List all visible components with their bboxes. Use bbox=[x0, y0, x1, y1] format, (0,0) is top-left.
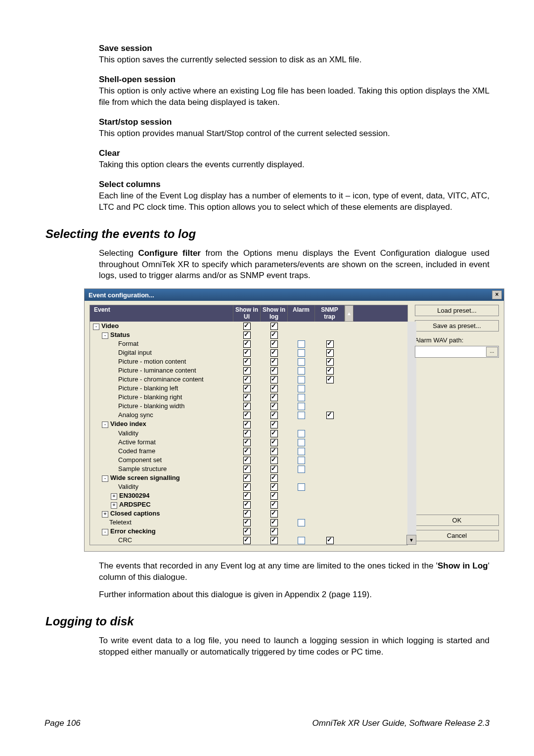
checkbox[interactable] bbox=[270, 394, 278, 401]
checkbox[interactable] bbox=[243, 474, 251, 482]
checkbox[interactable] bbox=[243, 403, 251, 410]
checkbox[interactable] bbox=[243, 376, 251, 383]
cancel-button[interactable]: Cancel bbox=[415, 530, 499, 541]
close-icon[interactable]: × bbox=[492, 290, 502, 299]
expand-icon[interactable]: - bbox=[93, 324, 99, 330]
wav-path-input[interactable]: ... bbox=[415, 346, 499, 358]
tree-row[interactable]: Active format bbox=[90, 438, 233, 447]
checkbox[interactable] bbox=[243, 439, 251, 446]
checkbox[interactable] bbox=[243, 340, 251, 348]
checkbox[interactable] bbox=[243, 510, 251, 518]
tree-row[interactable]: Format bbox=[90, 339, 233, 348]
expand-icon[interactable]: - bbox=[102, 475, 108, 482]
checkbox[interactable] bbox=[243, 367, 251, 375]
checkbox[interactable] bbox=[243, 430, 251, 437]
checkbox[interactable] bbox=[243, 457, 251, 464]
checkbox[interactable] bbox=[270, 331, 278, 339]
checkbox[interactable] bbox=[270, 519, 278, 526]
expand-icon[interactable]: + bbox=[102, 511, 108, 518]
tree-row[interactable]: Coded frame bbox=[90, 447, 233, 456]
checkbox[interactable] bbox=[298, 340, 305, 348]
checkbox[interactable] bbox=[243, 501, 251, 509]
scroll-down-icon[interactable]: ▼ bbox=[406, 535, 416, 545]
checkbox[interactable] bbox=[298, 483, 305, 491]
checkbox[interactable] bbox=[298, 412, 305, 419]
checkbox[interactable] bbox=[270, 430, 278, 437]
tree-row[interactable]: Validity bbox=[90, 482, 233, 491]
tree-row[interactable]: +Closed captions bbox=[90, 509, 233, 518]
checkbox[interactable] bbox=[298, 466, 305, 473]
checkbox[interactable] bbox=[243, 528, 251, 535]
load-preset-button[interactable]: Load preset... bbox=[415, 305, 499, 316]
checkbox[interactable] bbox=[326, 358, 334, 366]
tree-row[interactable]: CRC bbox=[90, 536, 233, 545]
checkbox[interactable] bbox=[243, 358, 251, 366]
tree-row[interactable]: Picture - motion content bbox=[90, 357, 233, 366]
tree-row[interactable]: -Video index bbox=[90, 420, 233, 428]
checkbox[interactable] bbox=[270, 349, 278, 357]
checkbox[interactable] bbox=[243, 331, 251, 339]
ok-button[interactable]: OK bbox=[415, 515, 499, 526]
checkbox[interactable] bbox=[270, 412, 278, 419]
tree-row[interactable]: +ARDSPEC bbox=[90, 500, 233, 509]
expand-icon[interactable]: - bbox=[102, 529, 108, 535]
checkbox[interactable] bbox=[270, 358, 278, 366]
tree-row[interactable]: -Error checking bbox=[90, 527, 233, 536]
checkbox[interactable] bbox=[243, 466, 251, 473]
tree-row[interactable]: +EN300294 bbox=[90, 491, 233, 500]
expand-icon[interactable]: + bbox=[111, 493, 117, 500]
checkbox[interactable] bbox=[270, 466, 278, 473]
checkbox[interactable] bbox=[298, 394, 305, 401]
checkbox[interactable] bbox=[298, 358, 305, 366]
checkbox[interactable] bbox=[326, 537, 334, 544]
checkbox[interactable] bbox=[270, 501, 278, 509]
checkbox[interactable] bbox=[326, 412, 334, 419]
checkbox[interactable] bbox=[298, 376, 305, 383]
checkbox[interactable] bbox=[243, 421, 251, 428]
checkbox[interactable] bbox=[298, 367, 305, 375]
checkbox[interactable] bbox=[243, 323, 251, 330]
checkbox[interactable] bbox=[243, 492, 251, 500]
tree-row[interactable]: Picture - luminance content bbox=[90, 366, 233, 375]
tree-row[interactable]: Analog sync bbox=[90, 411, 233, 420]
checkbox[interactable] bbox=[243, 519, 251, 526]
checkbox[interactable] bbox=[326, 340, 334, 348]
checkbox[interactable] bbox=[326, 367, 334, 375]
checkbox[interactable] bbox=[270, 439, 278, 446]
checkbox[interactable] bbox=[270, 340, 278, 348]
tree-row[interactable]: Picture - blanking width bbox=[90, 402, 233, 411]
checkbox[interactable] bbox=[243, 385, 251, 392]
checkbox[interactable] bbox=[298, 430, 305, 437]
tree-row[interactable]: Validity bbox=[90, 429, 233, 438]
checkbox[interactable] bbox=[298, 403, 305, 410]
checkbox[interactable] bbox=[243, 448, 251, 455]
tree-row[interactable]: Picture - blanking right bbox=[90, 393, 233, 402]
tree-row[interactable]: -Video bbox=[90, 322, 233, 331]
checkbox[interactable] bbox=[326, 376, 334, 383]
checkbox[interactable] bbox=[243, 537, 251, 544]
tree-row[interactable]: Picture - chrominance content bbox=[90, 375, 233, 384]
checkbox[interactable] bbox=[270, 492, 278, 500]
tree-row[interactable]: -Status bbox=[90, 331, 233, 339]
checkbox[interactable] bbox=[270, 474, 278, 482]
checkbox[interactable] bbox=[270, 457, 278, 464]
tree-row[interactable]: Sample structure bbox=[90, 465, 233, 473]
checkbox[interactable] bbox=[270, 528, 278, 535]
checkbox[interactable] bbox=[298, 519, 305, 526]
checkbox[interactable] bbox=[298, 448, 305, 455]
scroll-up-icon[interactable]: ▲ bbox=[345, 305, 354, 321]
checkbox[interactable] bbox=[298, 457, 305, 464]
save-preset-button[interactable]: Save as preset... bbox=[415, 320, 499, 331]
checkbox[interactable] bbox=[243, 483, 251, 491]
checkbox[interactable] bbox=[270, 323, 278, 330]
expand-icon[interactable]: + bbox=[111, 502, 117, 509]
checkbox[interactable] bbox=[270, 537, 278, 544]
checkbox[interactable] bbox=[270, 376, 278, 383]
checkbox[interactable] bbox=[298, 439, 305, 446]
checkbox[interactable] bbox=[270, 385, 278, 392]
expand-icon[interactable]: - bbox=[102, 422, 108, 428]
tree-row[interactable]: Digital input bbox=[90, 348, 233, 357]
checkbox[interactable] bbox=[326, 349, 334, 357]
checkbox[interactable] bbox=[298, 349, 305, 357]
checkbox[interactable] bbox=[243, 349, 251, 357]
